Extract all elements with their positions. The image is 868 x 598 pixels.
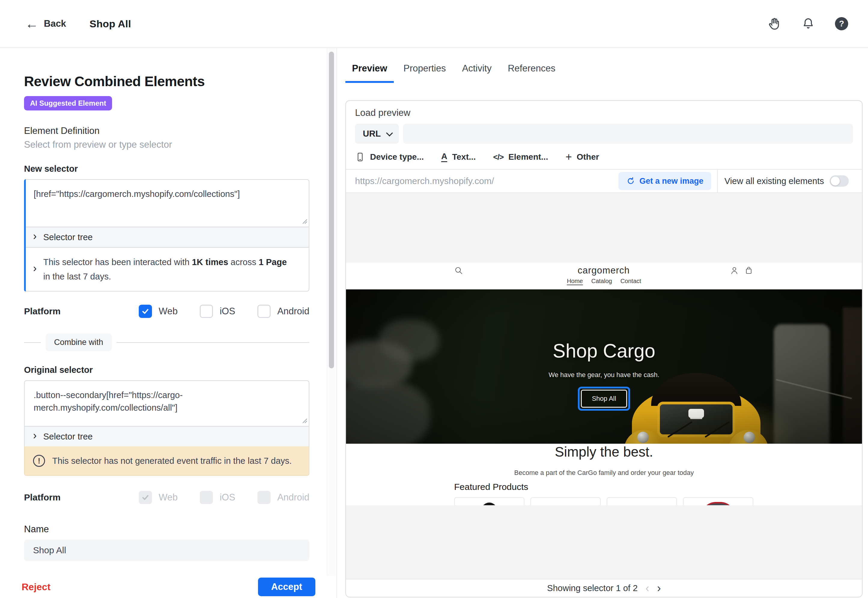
checkbox-ios[interactable]: iOS bbox=[200, 305, 235, 318]
selector-warning: ! This selector has not generated event … bbox=[24, 446, 309, 476]
new-selector-group: [href="https://cargomerch.myshopify.com/… bbox=[24, 179, 309, 292]
nav-contact[interactable]: Contact bbox=[621, 278, 641, 285]
back-button[interactable]: ← Back bbox=[25, 17, 66, 30]
preview-cutoff-mask bbox=[346, 505, 862, 579]
element-code-icon: </> bbox=[493, 152, 504, 162]
review-actions-bar: Reject Accept bbox=[0, 576, 328, 598]
get-new-image-button[interactable]: Get a new image bbox=[618, 172, 711, 190]
featured-products-label: Featured Products bbox=[454, 482, 528, 492]
tab-preview[interactable]: Preview bbox=[346, 63, 394, 83]
site-header: cargomerch Home Catalog Contact bbox=[346, 263, 862, 289]
site-preview-viewport: cargomerch Home Catalog Contact bbox=[346, 193, 862, 579]
top-bar: ← Back Shop All ? bbox=[0, 0, 868, 48]
hero-title: Shop Cargo bbox=[553, 340, 655, 362]
checkbox-web-disabled: Web bbox=[139, 491, 178, 504]
element-definition-hint: Select from preview or type selector bbox=[24, 139, 326, 150]
hero-subtitle: We have the gear, you have the cash. bbox=[549, 371, 660, 379]
plus-icon: + bbox=[566, 152, 572, 162]
checkbox-android[interactable]: Android bbox=[257, 305, 309, 318]
scrollbar-thumb[interactable] bbox=[329, 52, 334, 368]
nav-catalog[interactable]: Catalog bbox=[591, 278, 612, 285]
preview-url-bar: https://cargomerch.myshopify.com/ Get a … bbox=[346, 170, 862, 193]
preview-filter-row: Device type... A Text... </> Element... … bbox=[355, 152, 853, 162]
selected-element-highlight: Shop All bbox=[578, 387, 630, 411]
element-review-content: Review Combined Elements AI Suggested El… bbox=[24, 48, 326, 576]
device-type-filter-button[interactable]: Device type... bbox=[355, 152, 424, 162]
checkbox-unchecked-icon bbox=[200, 305, 213, 318]
back-label: Back bbox=[44, 18, 66, 29]
platform-row: Platform Web iOS Android bbox=[24, 305, 309, 318]
checkbox-unchecked-icon bbox=[257, 305, 271, 318]
accept-button[interactable]: Accept bbox=[258, 578, 315, 596]
tab-activity[interactable]: Activity bbox=[456, 63, 498, 83]
refresh-icon bbox=[626, 176, 635, 185]
checkbox-unchecked-disabled-icon bbox=[257, 491, 271, 504]
notifications-bell-icon[interactable] bbox=[801, 17, 815, 31]
platform-row-disabled: Platform Web iOS Android bbox=[24, 491, 309, 504]
tab-references[interactable]: References bbox=[501, 63, 562, 83]
toggle-knob bbox=[831, 176, 840, 185]
original-selector-label: Original selector bbox=[24, 365, 326, 375]
chevron-left-icon[interactable]: ‹ bbox=[645, 582, 650, 594]
load-preview-label: Load preview bbox=[355, 108, 853, 118]
combine-with-divider: Combine with bbox=[24, 333, 309, 351]
page-title: Shop All bbox=[90, 18, 131, 30]
view-all-elements-toggle[interactable] bbox=[829, 175, 849, 187]
section-title: Simply the best. bbox=[346, 444, 862, 460]
url-type-dropdown[interactable]: URL bbox=[355, 124, 399, 144]
checkbox-checked-icon bbox=[139, 305, 152, 318]
site-brand[interactable]: cargomerch bbox=[454, 265, 753, 276]
name-label: Name bbox=[24, 524, 326, 535]
shop-all-button[interactable]: Shop All bbox=[581, 390, 627, 408]
new-selector-tree-toggle[interactable]: › Selector tree bbox=[24, 227, 309, 247]
combine-with-chip: Combine with bbox=[46, 333, 112, 351]
text-filter-button[interactable]: A Text... bbox=[441, 152, 476, 162]
hand-tool-icon[interactable] bbox=[768, 17, 781, 31]
back-arrow-icon: ← bbox=[25, 17, 39, 30]
current-preview-url: https://cargomerch.myshopify.com/ bbox=[355, 176, 494, 186]
device-icon bbox=[355, 152, 365, 162]
panel-heading: Review Combined Elements bbox=[24, 73, 326, 90]
preview-panel: Preview Properties Activity References L… bbox=[338, 48, 868, 598]
load-preview-section: Load preview URL Device type... A bbox=[346, 101, 862, 170]
checkbox-web[interactable]: Web bbox=[139, 305, 178, 318]
selector-stats-text: This selector has been interacted with 1… bbox=[43, 255, 293, 284]
checkbox-ios-disabled: iOS bbox=[200, 491, 235, 504]
alert-icon: ! bbox=[33, 455, 45, 467]
checkbox-unchecked-disabled-icon bbox=[200, 491, 213, 504]
view-all-elements-label: View all existing elements bbox=[724, 176, 824, 186]
hero-banner: Shop Cargo We have the gear, you have th… bbox=[346, 289, 862, 444]
app-window: ← Back Shop All ? Review Combined Elemen… bbox=[0, 0, 868, 598]
element-definition-label: Element Definition bbox=[24, 126, 326, 136]
element-filter-button[interactable]: </> Element... bbox=[493, 152, 548, 162]
help-icon[interactable]: ? bbox=[835, 17, 848, 30]
checkbox-android-disabled: Android bbox=[257, 491, 309, 504]
chevron-down-icon bbox=[386, 129, 393, 136]
element-review-panel: Review Combined Elements AI Suggested El… bbox=[0, 48, 337, 598]
topbar-actions: ? bbox=[768, 17, 848, 31]
preview-box: Load preview URL Device type... A bbox=[346, 100, 863, 597]
tab-properties[interactable]: Properties bbox=[397, 63, 452, 83]
chevron-right-icon[interactable]: › bbox=[657, 582, 661, 594]
site-section-intro: Simply the best. Become a part of the Ca… bbox=[346, 444, 862, 477]
preview-tabs: Preview Properties Activity References bbox=[338, 63, 868, 83]
text-icon: A bbox=[441, 152, 447, 162]
reject-button[interactable]: Reject bbox=[22, 582, 51, 593]
original-selector-group: .button--secondary[href="https://cargo-m… bbox=[24, 380, 309, 476]
section-subtitle: Become a part of the CarGo family and or… bbox=[346, 469, 862, 477]
chevron-right-icon: › bbox=[33, 430, 37, 441]
preview-url-input[interactable] bbox=[403, 124, 853, 144]
original-selector-input[interactable]: .button--secondary[href="https://cargo-m… bbox=[24, 380, 309, 426]
new-selector-label: New selector bbox=[24, 164, 326, 174]
selector-stats-toggle[interactable]: › This selector has been interacted with… bbox=[24, 247, 309, 292]
other-filter-button[interactable]: + Other bbox=[566, 152, 599, 162]
left-panel-scrollbar[interactable] bbox=[327, 48, 336, 576]
chevron-right-icon: › bbox=[33, 263, 37, 274]
name-input[interactable] bbox=[24, 540, 309, 561]
ai-suggested-badge: AI Suggested Element bbox=[24, 96, 112, 111]
site-nav: Home Catalog Contact bbox=[346, 278, 862, 285]
nav-home[interactable]: Home bbox=[567, 278, 583, 285]
original-selector-tree-toggle[interactable]: › Selector tree bbox=[24, 426, 309, 446]
view-all-elements-control: View all existing elements bbox=[717, 170, 862, 193]
new-selector-input[interactable]: [href="https://cargomerch.myshopify.com/… bbox=[24, 179, 309, 227]
